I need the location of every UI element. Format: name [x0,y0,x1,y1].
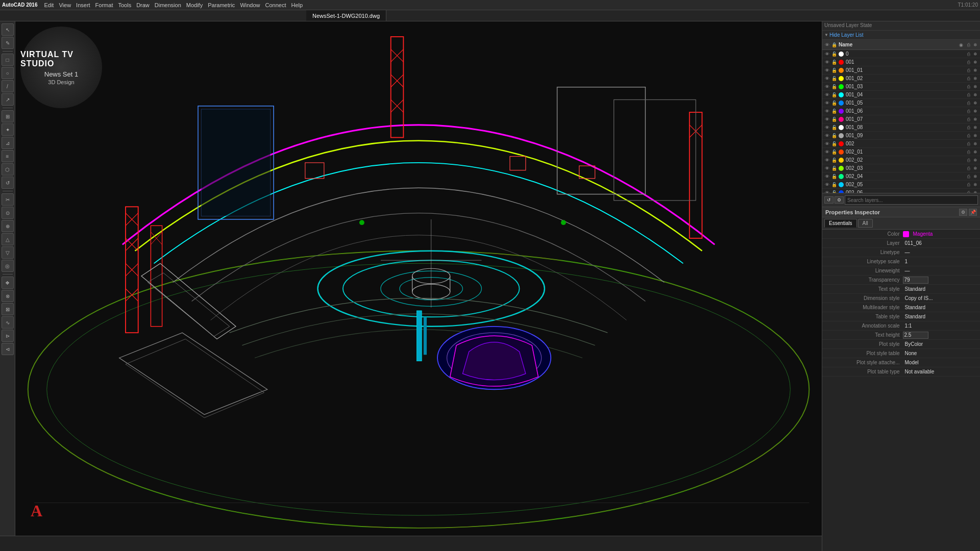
prop-input[interactable] [903,332,928,339]
menu-help[interactable]: Help [291,2,303,8]
tool-circle[interactable]: ○ [2,67,14,79]
tool-extend[interactable]: ≡ [2,150,14,162]
tool-trim[interactable]: ⊿ [2,137,14,149]
layer-lock-icon[interactable]: 🔓 [830,52,838,57]
layer-row[interactable]: 👁 🔓 001_01 ⎙ ❄ [822,66,980,74]
layer-visibility-icon[interactable]: 👁 [823,182,830,187]
layer-row[interactable]: 👁 🔓 002_05 ⎙ ❄ [822,181,980,189]
layer-row[interactable]: 👁 🔓 0 ⎙ ❄ [822,50,980,58]
layer-lock-icon[interactable]: 🔓 [830,92,838,97]
layer-row[interactable]: 👁 🔓 001_07 ⎙ ❄ [822,115,980,123]
layer-visibility-icon[interactable]: 👁 [823,166,830,171]
tool-hatch[interactable]: ⊞ [2,110,14,122]
layer-visibility-icon[interactable]: 👁 [823,52,830,57]
layer-lock-icon[interactable]: 🔓 [830,125,838,130]
layer-row[interactable]: 👁 🔓 001_09 ⎙ ❄ [822,132,980,140]
layer-row[interactable]: 👁 🔓 001_04 ⎙ ❄ [822,91,980,99]
layer-visibility-icon[interactable]: 👁 [823,149,830,155]
layer-lock-icon[interactable]: 🔓 [830,76,838,81]
file-tab[interactable]: NewsSet-1-DWG2010.dwg [306,10,386,21]
layer-visibility-icon[interactable]: 👁 [823,68,830,73]
tool-line[interactable]: / [2,80,14,92]
layer-visibility-icon[interactable]: 👁 [823,92,830,97]
tool-region[interactable]: ✦ [2,123,14,136]
hide-layer-link[interactable]: Hide Layer List [829,32,864,38]
layer-row[interactable]: 👁 🔓 001_05 ⎙ ❄ [822,99,980,107]
layer-lock-icon[interactable]: 🔓 [830,60,838,65]
tool-3d[interactable]: ❖ [2,277,14,289]
menu-edit[interactable]: Edit [44,2,54,8]
menu-connect[interactable]: Connect [265,2,286,8]
menu-draw[interactable]: Draw [136,2,150,8]
tool-rectangle[interactable]: □ [2,54,14,66]
tool-mirror[interactable]: ⊙ [2,207,14,219]
layer-lock-icon[interactable]: 🔓 [830,133,838,138]
tool-fillet[interactable]: ⊳ [2,330,14,342]
layer-visibility-icon[interactable]: 👁 [823,109,830,114]
menu-dimension[interactable]: Dimension [155,2,181,8]
layer-row[interactable]: 👁 🔓 002_06 ⎙ ❄ [822,189,980,193]
layer-visibility-icon[interactable]: 👁 [823,117,830,122]
tool-copy[interactable]: ⊕ [2,220,14,232]
layer-props-btn[interactable]: ⚙ [835,196,844,204]
tool-scale[interactable]: ▽ [2,246,14,259]
layer-visibility-icon[interactable]: 👁 [823,174,830,179]
layers-list[interactable]: 👁 🔓 0 ⎙ ❄ 👁 🔓 001 ⎙ ❄ 👁 🔓 001_01 ⎙ ❄ 👁 🔓… [822,50,980,193]
layer-visibility-icon[interactable]: 👁 [823,158,830,163]
layer-lock-icon[interactable]: 🔓 [830,182,838,187]
refresh-layers-btn[interactable]: ↺ [824,196,834,204]
tool-array[interactable]: ◎ [2,260,14,272]
menu-view[interactable]: View [59,2,71,8]
layer-lock-icon[interactable]: 🔓 [830,101,838,106]
tool-draw[interactable]: ✎ [2,37,14,49]
hide-layer-row[interactable]: ▼ Hide Layer List [822,31,980,40]
layer-row[interactable]: 👁 🔓 001_03 ⎙ ❄ [822,83,980,91]
layer-row[interactable]: 👁 🔓 002_02 ⎙ ❄ [822,156,980,164]
tool-chamfer[interactable]: ⊲ [2,343,14,355]
menu-insert[interactable]: Insert [76,2,90,8]
menu-format[interactable]: Format [95,2,113,8]
layer-lock-icon[interactable]: 🔓 [830,141,838,146]
tool-offset[interactable]: ✂ [2,193,14,206]
layer-lock-icon[interactable]: 🔓 [830,149,838,155]
layer-visibility-icon[interactable]: 👁 [823,141,830,146]
layer-lock-icon[interactable]: 🔓 [830,174,838,179]
layer-lock-icon[interactable]: 🔓 [830,109,838,114]
layer-visibility-icon[interactable]: 👁 [823,60,830,65]
tool-polygon[interactable]: ⬡ [2,163,14,176]
tool-union[interactable]: ⊠ [2,303,14,315]
layer-lock-icon[interactable]: 🔓 [830,158,838,163]
layer-search-input[interactable] [845,195,978,205]
menu-modify[interactable]: Modify [186,2,203,8]
layer-lock-icon[interactable]: 🔓 [830,84,838,89]
tool-move[interactable]: △ [2,233,14,245]
properties-pin-btn[interactable]: 📌 [969,209,977,216]
layer-lock-icon[interactable]: 🔓 [830,166,838,171]
layer-row[interactable]: 👁 🔓 001_08 ⎙ ❄ [822,123,980,132]
layer-visibility-icon[interactable]: 👁 [823,76,830,81]
layer-row[interactable]: 👁 🔓 001_02 ⎙ ❄ [822,74,980,83]
layer-row[interactable]: 👁 🔓 001 ⎙ ❄ [822,58,980,66]
layer-row[interactable]: 👁 🔓 001_06 ⎙ ❄ [822,107,980,115]
menu-tools[interactable]: Tools [118,2,131,8]
layer-lock-icon[interactable]: 🔓 [830,117,838,122]
properties-settings-btn[interactable]: ⚙ [959,209,967,216]
menu-parametric[interactable]: Parametric [208,2,235,8]
tool-select[interactable]: ↖ [2,23,14,36]
layer-row[interactable]: 👁 🔓 002_03 ⎙ ❄ [822,164,980,172]
layer-visibility-icon[interactable]: 👁 [823,84,830,89]
prop-input[interactable] [903,277,928,284]
layer-visibility-icon[interactable]: 👁 [823,101,830,106]
tool-arc[interactable]: ↗ [2,93,14,106]
menu-window[interactable]: Window [240,2,260,8]
layer-visibility-icon[interactable]: 👁 [823,125,830,130]
layer-row[interactable]: 👁 🔓 002_04 ⎙ ❄ [822,172,980,181]
tool-rotate[interactable]: ↺ [2,177,14,189]
tab-essentials[interactable]: Essentials [824,219,857,228]
viewport[interactable]: VIRTUAL TV STUDIO News Set 1 3D Design [15,21,822,536]
tool-extrude[interactable]: ⊗ [2,290,14,302]
layer-row[interactable]: 👁 🔓 002_01 ⎙ ❄ [822,148,980,156]
tool-spline[interactable]: ∿ [2,316,14,329]
layer-row[interactable]: 👁 🔓 002 ⎙ ❄ [822,140,980,148]
layer-lock-icon[interactable]: 🔓 [830,68,838,73]
